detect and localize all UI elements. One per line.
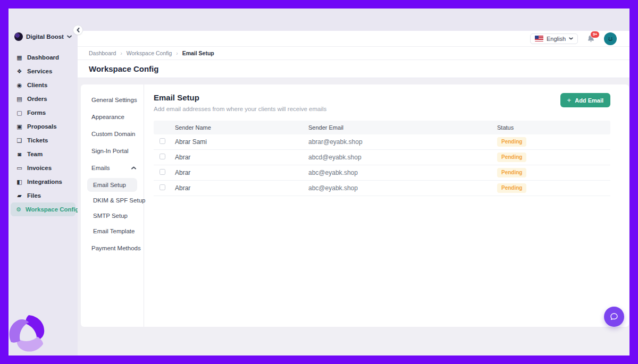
chevron-left-icon (77, 28, 80, 32)
sidebar-nav: ▦ Dashboard ❖ Services ◉ Clients ▤ Order… (9, 50, 78, 216)
us-flag-icon (535, 36, 543, 41)
sidebar-item-forms[interactable]: ▢ Forms (11, 106, 75, 120)
email-row-abrar-sami: Abrar Sami abrar@eyabk.shop Pending (154, 134, 610, 150)
notifications-button[interactable]: 9+ (586, 34, 595, 43)
page-header: English 9+ Dashboard Workspace Config Em (78, 31, 629, 78)
emails-group-label: Emails (91, 165, 110, 171)
settings-nav-group-emails[interactable]: Emails (81, 159, 144, 176)
settings-nav: General Settings Appearance Custom Domai… (81, 84, 144, 327)
sender-name-cell: Abrar (175, 184, 308, 192)
sidebar-item-label: Workspace Config (26, 206, 79, 213)
settings-nav-item-sign-in-portal[interactable]: Sign-In Portal (81, 142, 144, 159)
sidebar-item-clients[interactable]: ◉ Clients (11, 78, 75, 92)
sidebar-item-label: Integrations (27, 179, 62, 185)
settings-nav-item-email-setup[interactable]: Email Setup (87, 178, 137, 192)
dashboard-icon: ▦ (16, 55, 23, 61)
breadcrumb: Dashboard Workspace Config Email Setup (78, 47, 629, 60)
plus-icon: + (567, 97, 572, 104)
sidebar-item-services[interactable]: ❖ Services (11, 64, 75, 78)
sidebar-item-label: Orders (27, 96, 47, 102)
brand-logo (7, 314, 48, 354)
sidebar-item-dashboard[interactable]: ▦ Dashboard (11, 50, 75, 64)
sidebar-item-label: Forms (27, 109, 46, 116)
workspace-selector[interactable]: Digital Boost (14, 32, 72, 41)
email-table: Sender Name Sender Email Status Abrar Sa… (154, 121, 610, 196)
files-icon: ▰ (16, 193, 23, 199)
top-gap (78, 9, 629, 31)
row-checkbox[interactable] (160, 169, 165, 175)
sidebar-item-tickets[interactable]: ❑ Tickets (11, 133, 75, 147)
breadcrumb-email-setup[interactable]: Email Setup (182, 50, 214, 56)
settings-nav-item-email-template[interactable]: Email Template (87, 224, 137, 238)
settings-nav-item-smtp-setup[interactable]: SMTP Setup (87, 209, 137, 223)
status-badge: Pending (497, 153, 526, 162)
panel-subtitle: Add email addresses from where your clie… (154, 106, 326, 112)
invoices-icon: ▭ (16, 165, 23, 171)
chevron-down-icon (67, 35, 72, 38)
breadcrumb-dashboard[interactable]: Dashboard (89, 50, 127, 56)
proposals-icon: ▣ (16, 124, 23, 130)
sidebar-item-workspace-config[interactable]: ⚙ Workspace Config (11, 202, 75, 216)
sidebar-item-label: Tickets (27, 137, 48, 143)
sender-email-cell: abrar@eyabk.shop (308, 138, 497, 146)
services-icon: ❖ (16, 69, 23, 74)
sidebar-collapse-button[interactable] (73, 25, 83, 35)
tickets-icon: ❑ (16, 138, 23, 143)
sidebar-item-files[interactable]: ▰ Files (11, 189, 75, 202)
orders-icon: ▤ (16, 96, 23, 102)
sidebar-item-label: Invoices (27, 165, 52, 171)
avatar-face-icon (606, 35, 615, 43)
sender-name-cell: Abrar (175, 154, 308, 161)
panel-title: Email Setup (154, 93, 326, 102)
breadcrumb-workspace-config[interactable]: Workspace Config (127, 50, 182, 56)
settings-nav-item-custom-domain[interactable]: Custom Domain (81, 125, 144, 142)
sender-email-cell: abc@eyabk.shop (308, 184, 497, 192)
email-setup-panel: Email Setup Add email addresses from whe… (144, 84, 629, 327)
clients-icon: ◉ (16, 82, 23, 88)
sidebar-item-label: Services (27, 68, 52, 74)
column-header-sender-email: Sender Email (308, 124, 497, 131)
team-icon: ◙ (16, 151, 23, 157)
settings-nav-item-dkim-spf-setup[interactable]: DKIM & SPF Setup (87, 193, 137, 207)
app-window: Digital Boost ▦ Dashboard ❖ Services ◉ C… (9, 9, 629, 355)
chevron-up-icon (131, 166, 136, 170)
user-avatar[interactable] (604, 32, 617, 45)
sidebar-item-label: Clients (27, 82, 47, 88)
title-row: Workspace Config (78, 60, 629, 78)
add-email-button[interactable]: + Add Email (560, 93, 610, 107)
sidebar: Digital Boost ▦ Dashboard ❖ Services ◉ C… (9, 9, 78, 355)
sidebar-item-label: Files (27, 192, 41, 199)
sidebar-item-label: Team (27, 151, 43, 157)
row-checkbox[interactable] (160, 138, 165, 144)
sidebar-item-proposals[interactable]: ▣ Proposals (11, 120, 75, 133)
sidebar-item-label: Dashboard (27, 54, 59, 61)
forms-icon: ▢ (16, 110, 23, 116)
sidebar-item-team[interactable]: ◙ Team (11, 147, 75, 161)
workspace-avatar (14, 32, 23, 41)
settings-nav-item-appearance[interactable]: Appearance (81, 108, 144, 125)
sidebar-item-invoices[interactable]: ▭ Invoices (11, 161, 75, 175)
sidebar-item-orders[interactable]: ▤ Orders (11, 92, 75, 106)
email-row-abrar: Abrar abc@eyabk.shop Pending (154, 165, 610, 181)
chat-widget-button[interactable] (604, 307, 624, 327)
settings-card: General Settings Appearance Custom Domai… (81, 84, 629, 327)
chevron-down-icon (569, 37, 573, 40)
topbar: English 9+ (78, 31, 629, 47)
row-checkbox[interactable] (160, 154, 165, 159)
table-header-row: Sender Name Sender Email Status (154, 121, 610, 134)
sender-name-cell: Abrar Sami (175, 138, 308, 146)
row-checkbox[interactable] (160, 184, 165, 190)
status-badge: Pending (497, 137, 526, 147)
add-email-label: Add Email (575, 97, 603, 104)
email-row-abrar: Abrar abc@eyabk.shop Pending (154, 181, 610, 196)
sender-name-cell: Abrar (175, 169, 308, 176)
email-row-abrar: Abrar abcd@eyabk.shop Pending (154, 150, 610, 165)
sender-email-cell: abcd@eyabk.shop (308, 154, 497, 161)
status-badge: Pending (497, 183, 526, 193)
sidebar-item-integrations[interactable]: ◧ Integrations (11, 175, 75, 189)
settings-nav-item-payment-methods[interactable]: Payment Methods (81, 240, 144, 257)
settings-nav-item-general-settings[interactable]: General Settings (81, 91, 144, 108)
language-selector[interactable]: English (530, 33, 578, 44)
workspace-name: Digital Boost (26, 33, 64, 40)
column-header-status: Status (497, 124, 610, 131)
